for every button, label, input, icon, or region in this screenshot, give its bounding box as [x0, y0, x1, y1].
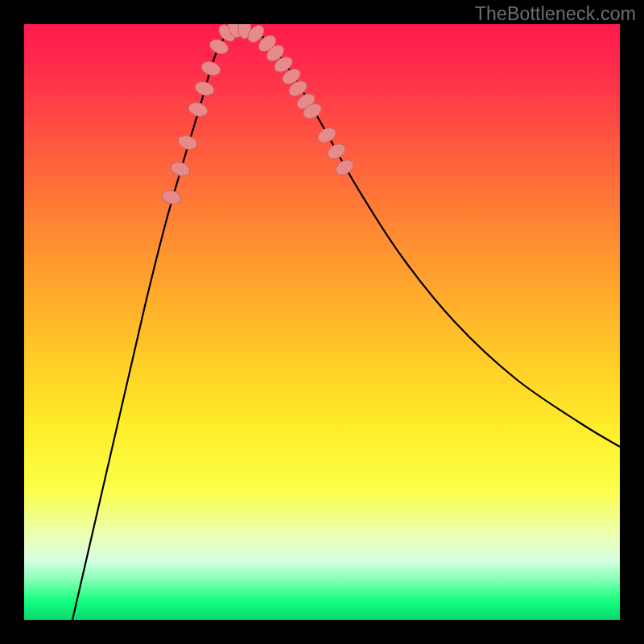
bead-marker	[187, 101, 209, 118]
bead-marker	[169, 160, 192, 178]
chart-svg	[24, 24, 620, 620]
highlight-beads	[160, 24, 356, 206]
bottleneck-curve	[72, 27, 620, 620]
bead-marker	[325, 141, 349, 162]
bead-marker	[193, 80, 216, 97]
bead-marker	[160, 188, 182, 206]
watermark-text: TheBottleneck.com	[475, 3, 636, 25]
bead-marker	[176, 134, 199, 151]
plot-area	[24, 24, 620, 620]
curve-path	[72, 27, 620, 620]
bead-marker	[316, 125, 339, 146]
bead-marker	[333, 157, 357, 178]
bead-marker	[200, 60, 222, 77]
